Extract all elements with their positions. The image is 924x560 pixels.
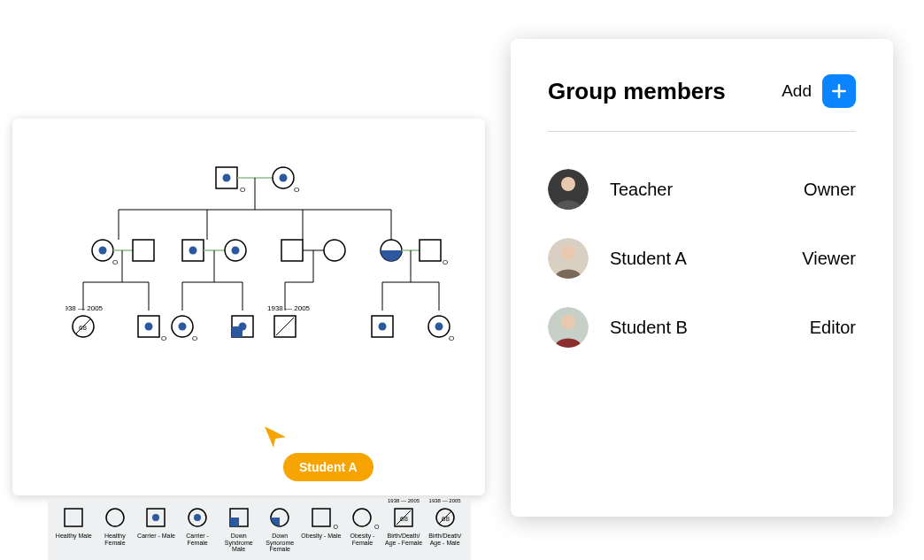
svg-point-71 [194, 514, 201, 521]
avatar [548, 169, 589, 210]
legend-healthy-male: Healthy Male [53, 506, 95, 540]
svg-text:68: 68 [79, 324, 87, 332]
svg-point-86 [561, 246, 575, 260]
svg-point-50 [145, 323, 153, 331]
legend-obesity-male: O Obesity - Male [301, 506, 343, 540]
svg-text:68: 68 [442, 515, 450, 523]
legend-down-male: Down Syndrome Male [218, 506, 259, 553]
svg-text:O: O [294, 186, 299, 194]
legend-healthy-female: Healthy Female [95, 506, 136, 546]
member-name: Teacher [610, 180, 804, 200]
pedigree-diagram: O O O [65, 158, 455, 380]
svg-point-67 [106, 509, 124, 526]
collaborator-cursor-label: Student A [283, 453, 373, 481]
group-members-header: Group members Add [548, 74, 856, 132]
svg-rect-39 [420, 240, 441, 261]
svg-rect-17 [133, 240, 154, 261]
svg-text:1938 — 2005: 1938 — 2005 [65, 304, 104, 312]
pedigree-card: O O O [12, 119, 485, 495]
add-member-label: Add [782, 81, 812, 101]
svg-point-57 [239, 323, 247, 331]
svg-point-76 [353, 509, 371, 526]
plus-icon [822, 74, 856, 108]
svg-rect-75 [312, 509, 330, 526]
svg-text:68: 68 [400, 515, 408, 523]
group-members-title: Group members [548, 78, 726, 105]
member-name: Student B [610, 318, 810, 338]
member-role: Editor [810, 318, 856, 338]
svg-point-62 [379, 323, 387, 331]
legend-bda-female: 1938 — 2005 68 Birth/Death/ Age - Female [383, 506, 425, 546]
legend-obesity-female: O Obesity - Female [342, 506, 383, 546]
svg-point-5 [280, 174, 288, 182]
member-row[interactable]: Student A Viewer [548, 224, 856, 293]
svg-line-60 [276, 318, 294, 335]
svg-point-26 [232, 247, 240, 255]
legend-carrier-female: Carrier - Female [177, 506, 219, 546]
svg-text:O: O [161, 334, 166, 342]
member-name: Student A [610, 249, 802, 269]
svg-text:O: O [449, 334, 454, 342]
group-members-panel: Group members Add Teacher Owner Student … [511, 39, 893, 517]
legend: Healthy Male Healthy Female Carrier - Ma… [48, 499, 471, 560]
svg-text:O: O [443, 258, 448, 266]
svg-text:O: O [240, 186, 245, 194]
add-member-button[interactable]: Add [782, 74, 856, 108]
svg-rect-31 [281, 240, 303, 261]
svg-point-64 [435, 323, 443, 331]
svg-text:O: O [192, 334, 197, 342]
legend-down-female: Down Synorome Female [259, 506, 301, 553]
legend-bda-male: 1938 — 2005 68 Birth/Death/ Age - Male [424, 506, 466, 546]
svg-rect-66 [65, 509, 82, 526]
svg-point-88 [561, 315, 575, 329]
avatar [548, 238, 589, 279]
svg-point-69 [152, 514, 159, 521]
svg-text:1938 — 2005: 1938 — 2005 [267, 304, 311, 312]
svg-point-53 [179, 323, 187, 331]
collaborator-cursor [263, 425, 288, 449]
legend-carrier-male: Carrier - Male [135, 506, 177, 540]
member-row[interactable]: Student B Editor [548, 293, 856, 362]
svg-point-23 [189, 247, 197, 255]
svg-text:O: O [112, 258, 118, 266]
svg-point-1 [223, 174, 231, 182]
svg-point-14 [99, 247, 107, 255]
member-row[interactable]: Teacher Owner [548, 155, 856, 224]
member-role: Viewer [802, 249, 856, 269]
svg-point-84 [561, 177, 575, 191]
svg-point-33 [324, 240, 345, 261]
svg-rect-73 [230, 518, 239, 526]
member-role: Owner [804, 180, 856, 200]
avatar [548, 307, 589, 348]
